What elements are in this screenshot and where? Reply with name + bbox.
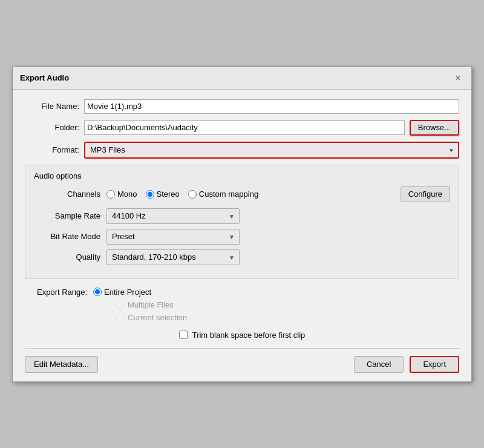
trim-label: Trim blank space before first clip <box>192 331 306 340</box>
close-button[interactable]: × <box>452 72 464 84</box>
current-selection-radio[interactable] <box>116 313 124 321</box>
dialog-title: Export Audio <box>20 73 69 82</box>
entire-project-radio[interactable] <box>93 288 102 296</box>
bit-rate-mode-select[interactable]: Preset Variable Average Constant <box>106 229 240 245</box>
quality-select[interactable]: Standard, 170-210 kbps Medium, 145-185 k… <box>106 249 240 265</box>
mono-option: Mono <box>106 189 137 199</box>
right-buttons: Cancel Export <box>354 356 459 373</box>
export-audio-dialog: Export Audio × File Name: Folder: Browse… <box>12 67 472 382</box>
bit-rate-mode-row: Bit Rate Mode Preset Variable Average Co… <box>40 229 450 245</box>
export-range-header: Export Range: Entire Project <box>37 288 459 297</box>
entire-project-option: Entire Project <box>93 288 151 297</box>
folder-label: Folder: <box>25 123 79 132</box>
audio-options-title: Audio options <box>34 171 450 180</box>
custom-mapping-label: Custom mapping <box>199 189 258 199</box>
cancel-button[interactable]: Cancel <box>354 356 404 373</box>
format-row: Format: MP3 Files WAV (Microsoft) signed… <box>25 142 459 159</box>
quality-row: Quality Standard, 170-210 kbps Medium, 1… <box>40 249 450 265</box>
export-range-label: Export Range: <box>37 288 87 297</box>
bit-rate-mode-label: Bit Rate Mode <box>40 232 100 241</box>
multiple-files-label: Multiple Files <box>128 300 174 309</box>
channels-row: Channels Mono Stereo Custom mapping Conf <box>40 186 450 202</box>
file-name-input[interactable] <box>84 99 459 114</box>
format-select-wrapper: MP3 Files WAV (Microsoft) signed 16-bit … <box>84 142 459 159</box>
multiple-files-radio[interactable] <box>116 300 124 309</box>
export-range-section: Export Range: Entire Project Multiple Fi… <box>25 288 459 322</box>
quality-select-wrapper: Standard, 170-210 kbps Medium, 145-185 k… <box>106 249 240 265</box>
current-selection-option: Current selection <box>116 313 459 322</box>
format-select[interactable]: MP3 Files WAV (Microsoft) signed 16-bit … <box>84 142 459 159</box>
stereo-radio[interactable] <box>146 190 154 199</box>
audio-options-section: Audio options Channels Mono Stereo Cus <box>25 165 459 279</box>
custom-mapping-option: Custom mapping <box>188 189 258 199</box>
channels-label: Channels <box>40 189 100 199</box>
current-selection-label: Current selection <box>128 313 187 322</box>
folder-input[interactable] <box>84 120 405 135</box>
multiple-files-option: Multiple Files <box>116 300 459 309</box>
export-range-stack: Multiple Files Current selection <box>37 300 459 322</box>
mono-label: Mono <box>117 189 137 199</box>
stereo-label: Stereo <box>157 189 180 199</box>
bit-rate-mode-select-wrapper: Preset Variable Average Constant ▼ <box>106 229 240 245</box>
sample-rate-select[interactable]: 8000 Hz 11025 Hz 16000 Hz 22050 Hz 44100… <box>106 208 240 224</box>
trim-checkbox[interactable] <box>179 331 188 339</box>
channels-radio-group: Mono Stereo Custom mapping Configure <box>106 186 450 202</box>
quality-label: Quality <box>40 252 100 262</box>
export-button[interactable]: Export <box>410 356 459 373</box>
trim-row: Trim blank space before first clip <box>25 331 459 340</box>
file-name-row: File Name: <box>25 99 459 114</box>
title-bar: Export Audio × <box>13 67 471 90</box>
sample-rate-select-wrapper: 8000 Hz 11025 Hz 16000 Hz 22050 Hz 44100… <box>106 208 240 224</box>
configure-button[interactable]: Configure <box>401 186 450 202</box>
mono-radio[interactable] <box>106 190 115 199</box>
format-label: Format: <box>25 145 79 154</box>
dialog-body: File Name: Folder: Browse... Format: MP3… <box>13 90 471 381</box>
entire-project-label: Entire Project <box>104 288 151 297</box>
stereo-option: Stereo <box>146 189 180 199</box>
custom-mapping-radio[interactable] <box>188 190 197 199</box>
sample-rate-row: Sample Rate 8000 Hz 11025 Hz 16000 Hz 22… <box>40 208 450 224</box>
edit-metadata-button[interactable]: Edit Metadata... <box>25 356 98 373</box>
sample-rate-label: Sample Rate <box>40 211 100 220</box>
file-name-label: File Name: <box>25 102 79 111</box>
browse-button[interactable]: Browse... <box>410 120 459 136</box>
bottom-buttons: Edit Metadata... Cancel Export <box>25 348 459 373</box>
folder-row: Folder: Browse... <box>25 120 459 136</box>
